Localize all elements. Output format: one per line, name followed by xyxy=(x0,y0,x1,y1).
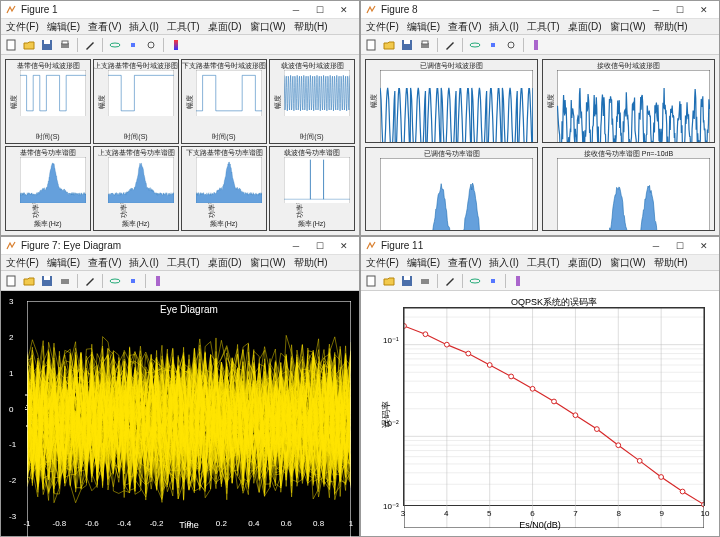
subplot-axes[interactable]: 基带信号功率谱图功率谱密度(dB/Hz)频率(Hz) xyxy=(5,146,91,231)
subplot-axes[interactable]: 上支路基带信号时域波形图幅度时间(S) xyxy=(93,59,179,144)
menu-insert[interactable]: 插入(I) xyxy=(126,256,161,270)
rotate-3d-button[interactable] xyxy=(467,273,483,289)
maximize-button[interactable]: ☐ xyxy=(669,239,691,253)
menu-desktop[interactable]: 桌面(D) xyxy=(205,256,245,270)
titlebar[interactable]: Figure 8 ─ ☐ ✕ xyxy=(361,1,719,19)
ber-axes[interactable]: OQPSK系统的误码率 xyxy=(403,307,705,506)
save-button[interactable] xyxy=(39,273,55,289)
subplot-axes[interactable]: 接收信号功率谱图 Pn=-10dB功率谱密度(dB/Hz)频率(Hz) xyxy=(542,147,715,231)
data-cursor-button[interactable] xyxy=(485,37,501,53)
subplot-axes[interactable]: 载波信号功率谱图功率谱密度(dB/Hz)频率(Hz) xyxy=(269,146,355,231)
menu-file[interactable]: 文件(F) xyxy=(363,20,402,34)
titlebar[interactable]: Figure 11 ─ ☐ ✕ xyxy=(361,237,719,255)
edit-plot-button[interactable] xyxy=(442,37,458,53)
x-tick-label: 4 xyxy=(444,509,448,518)
rotate-3d-button[interactable] xyxy=(467,37,483,53)
open-button[interactable] xyxy=(21,273,37,289)
plot-area[interactable]: Eye Diagram Amplitude Time -3-2-10123-1-… xyxy=(1,291,359,536)
menu-edit[interactable]: 编辑(E) xyxy=(404,256,443,270)
menu-help[interactable]: 帮助(H) xyxy=(291,20,331,34)
menu-tools[interactable]: 工具(T) xyxy=(164,20,203,34)
menu-help[interactable]: 帮助(H) xyxy=(291,256,331,270)
save-button[interactable] xyxy=(399,273,415,289)
subplot-axes[interactable]: 已调信号时域波形图幅度时间(S) xyxy=(365,59,538,143)
menu-tools[interactable]: 工具(T) xyxy=(524,256,563,270)
new-figure-button[interactable] xyxy=(3,37,19,53)
new-figure-button[interactable] xyxy=(363,273,379,289)
data-cursor-button[interactable] xyxy=(125,273,141,289)
print-button[interactable] xyxy=(57,37,73,53)
menu-file[interactable]: 文件(F) xyxy=(3,256,42,270)
subplot-axes[interactable]: 接收信号时域波形图幅度时间(S) xyxy=(542,59,715,143)
new-figure-button[interactable] xyxy=(363,37,379,53)
maximize-button[interactable]: ☐ xyxy=(309,3,331,17)
titlebar[interactable]: Figure 1 ─ ☐ ✕ xyxy=(1,1,359,19)
insert-colorbar-button[interactable] xyxy=(150,273,166,289)
insert-colorbar-button[interactable] xyxy=(168,37,184,53)
menu-help[interactable]: 帮助(H) xyxy=(651,256,691,270)
open-button[interactable] xyxy=(381,37,397,53)
close-button[interactable]: ✕ xyxy=(333,3,355,17)
menu-desktop[interactable]: 桌面(D) xyxy=(205,20,245,34)
edit-plot-button[interactable] xyxy=(82,37,98,53)
maximize-button[interactable]: ☐ xyxy=(309,239,331,253)
subplot-axes[interactable]: 载波信号时域波形图幅度时间(S) xyxy=(269,59,355,144)
open-button[interactable] xyxy=(21,37,37,53)
menu-view[interactable]: 查看(V) xyxy=(445,256,484,270)
menu-window[interactable]: 窗口(W) xyxy=(247,256,289,270)
edit-plot-button[interactable] xyxy=(82,273,98,289)
minimize-button[interactable]: ─ xyxy=(645,3,667,17)
edit-plot-button[interactable] xyxy=(442,273,458,289)
menu-edit[interactable]: 编辑(E) xyxy=(404,20,443,34)
minimize-button[interactable]: ─ xyxy=(645,239,667,253)
subplot-axes[interactable]: 下支路基带信号功率谱图功率谱密度(dB/Hz)频率(Hz) xyxy=(181,146,267,231)
menu-tools[interactable]: 工具(T) xyxy=(164,256,203,270)
maximize-button[interactable]: ☐ xyxy=(669,3,691,17)
insert-colorbar-button[interactable] xyxy=(510,273,526,289)
plot-area[interactable]: OQPSK系统的误码率 误码率 Es/N0(dB) 10⁻¹10⁻²10⁻³ 3… xyxy=(361,291,719,536)
print-button[interactable] xyxy=(417,37,433,53)
menu-insert[interactable]: 插入(I) xyxy=(126,20,161,34)
close-button[interactable]: ✕ xyxy=(693,239,715,253)
link-button[interactable] xyxy=(143,37,159,53)
menu-file[interactable]: 文件(F) xyxy=(3,20,42,34)
menu-tools[interactable]: 工具(T) xyxy=(524,20,563,34)
close-button[interactable]: ✕ xyxy=(333,239,355,253)
print-button[interactable] xyxy=(57,273,73,289)
subplot-axes[interactable]: 基带信号时域波形图幅度时间(S) xyxy=(5,59,91,144)
titlebar[interactable]: Figure 7: Eye Diagram ─ ☐ ✕ xyxy=(1,237,359,255)
minimize-button[interactable]: ─ xyxy=(285,3,307,17)
menu-insert[interactable]: 插入(I) xyxy=(486,20,521,34)
menu-view[interactable]: 查看(V) xyxy=(85,256,124,270)
menu-desktop[interactable]: 桌面(D) xyxy=(565,256,605,270)
open-button[interactable] xyxy=(381,273,397,289)
data-cursor-button[interactable] xyxy=(125,37,141,53)
menu-window[interactable]: 窗口(W) xyxy=(247,20,289,34)
save-button[interactable] xyxy=(39,37,55,53)
new-figure-button[interactable] xyxy=(3,273,19,289)
minimize-button[interactable]: ─ xyxy=(285,239,307,253)
link-button[interactable] xyxy=(503,37,519,53)
menu-help[interactable]: 帮助(H) xyxy=(651,20,691,34)
menu-edit[interactable]: 编辑(E) xyxy=(44,20,83,34)
eye-diagram-axes[interactable]: Eye Diagram Amplitude Time -3-2-10123-1-… xyxy=(27,301,351,516)
menu-desktop[interactable]: 桌面(D) xyxy=(565,20,605,34)
menu-file[interactable]: 文件(F) xyxy=(363,256,402,270)
plot-area: 基带信号时域波形图幅度时间(S)上支路基带信号时域波形图幅度时间(S)下支路基带… xyxy=(1,55,359,235)
insert-colorbar-button[interactable] xyxy=(528,37,544,53)
subplot-axes[interactable]: 上支路基带信号功率谱图功率谱密度(dB/Hz)频率(Hz) xyxy=(93,146,179,231)
rotate-3d-button[interactable] xyxy=(107,37,123,53)
menu-window[interactable]: 窗口(W) xyxy=(607,256,649,270)
menu-window[interactable]: 窗口(W) xyxy=(607,20,649,34)
menu-insert[interactable]: 插入(I) xyxy=(486,256,521,270)
subplot-axes[interactable]: 下支路基带信号时域波形图幅度时间(S) xyxy=(181,59,267,144)
menu-edit[interactable]: 编辑(E) xyxy=(44,256,83,270)
subplot-axes[interactable]: 已调信号功率谱图功率谱密度(dB/Hz)频率(Hz) xyxy=(365,147,538,231)
menu-view[interactable]: 查看(V) xyxy=(85,20,124,34)
data-cursor-button[interactable] xyxy=(485,273,501,289)
rotate-3d-button[interactable] xyxy=(107,273,123,289)
save-button[interactable] xyxy=(399,37,415,53)
print-button[interactable] xyxy=(417,273,433,289)
close-button[interactable]: ✕ xyxy=(693,3,715,17)
menu-view[interactable]: 查看(V) xyxy=(445,20,484,34)
